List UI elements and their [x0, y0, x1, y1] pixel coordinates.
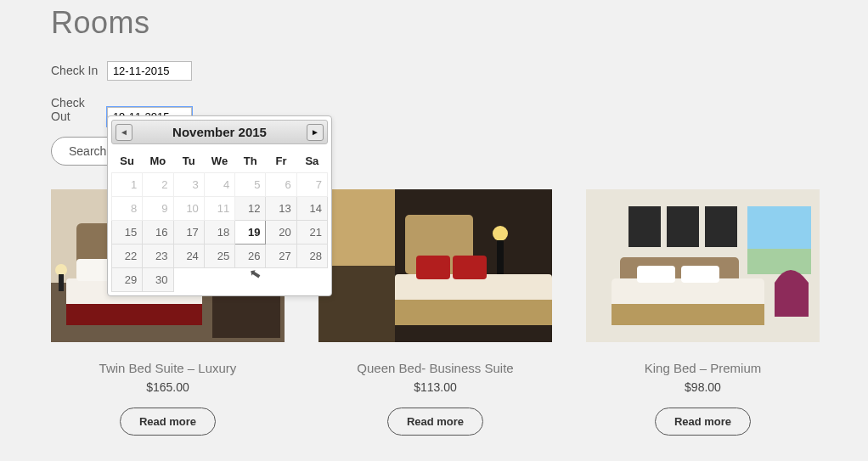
- svg-rect-15: [416, 256, 450, 279]
- datepicker-grid: SuMoTuWeThFrSa 1234567891011121314151617…: [111, 149, 328, 292]
- datepicker-day: 11: [204, 197, 234, 221]
- datepicker-day[interactable]: 17: [173, 221, 204, 245]
- datepicker-dow: Su: [112, 149, 143, 173]
- svg-point-17: [493, 226, 508, 241]
- datepicker-day[interactable]: 29: [112, 268, 143, 292]
- datepicker-day: 5: [235, 173, 266, 197]
- datepicker-day[interactable]: 12: [235, 197, 266, 221]
- datepicker-month-label: November 2015: [172, 125, 267, 139]
- room-image: [586, 189, 820, 342]
- svg-rect-27: [612, 304, 764, 325]
- svg-rect-6: [76, 259, 110, 281]
- datepicker-day[interactable]: 23: [143, 245, 173, 268]
- datepicker-dow: Sa: [296, 149, 327, 173]
- datepicker-day: 10: [173, 197, 204, 221]
- checkout-label: Check Out: [51, 96, 104, 123]
- read-more-button[interactable]: Read more: [387, 408, 483, 436]
- datepicker-day[interactable]: 14: [296, 197, 327, 221]
- datepicker-day: 3: [173, 173, 204, 197]
- svg-rect-4: [66, 304, 202, 325]
- datepicker-day[interactable]: 26: [235, 245, 266, 268]
- read-more-button[interactable]: Read more: [655, 408, 751, 436]
- page-title: Rooms: [51, 5, 817, 41]
- room-title: King Bed – Premium: [586, 361, 820, 375]
- datepicker-day[interactable]: 15: [112, 221, 143, 245]
- datepicker-dow: We: [204, 149, 234, 173]
- svg-rect-28: [637, 266, 675, 283]
- datepicker-day: 6: [266, 173, 296, 197]
- datepicker-day: 8: [112, 197, 143, 221]
- datepicker-dow: Mo: [143, 149, 173, 173]
- room-title: Twin Bed Suite – Luxury: [51, 361, 285, 375]
- svg-rect-16: [453, 256, 487, 279]
- datepicker-prev-button[interactable]: ◄: [116, 124, 132, 141]
- datepicker-dow: Th: [235, 149, 266, 173]
- datepicker-header: ◄ November 2015 ►: [111, 120, 328, 144]
- room-image: [318, 189, 552, 342]
- datepicker-day: 2: [143, 173, 173, 197]
- room-card[interactable]: Queen Bed- Business Suite $113.00 Read m…: [318, 189, 552, 436]
- datepicker-day[interactable]: 21: [296, 221, 327, 245]
- room-price: $165.00: [51, 380, 285, 394]
- room-price: $98.00: [586, 380, 820, 394]
- datepicker-day[interactable]: 28: [296, 245, 327, 268]
- svg-rect-22: [628, 206, 661, 247]
- datepicker[interactable]: ◄ November 2015 ► SuMoTuWeThFrSa 1234567…: [107, 115, 332, 296]
- datepicker-day[interactable]: 20: [266, 221, 296, 245]
- svg-rect-23: [667, 206, 699, 247]
- svg-rect-21: [747, 249, 811, 274]
- svg-rect-5: [212, 291, 280, 338]
- svg-point-7: [55, 264, 67, 276]
- svg-rect-18: [497, 240, 504, 274]
- checkin-label: Check In: [51, 64, 104, 77]
- datepicker-day[interactable]: 18: [204, 221, 234, 245]
- datepicker-day: 1: [112, 173, 143, 197]
- datepicker-day[interactable]: 27: [266, 245, 296, 268]
- datepicker-day[interactable]: 30: [143, 268, 173, 292]
- datepicker-day[interactable]: 16: [143, 221, 173, 245]
- svg-rect-14: [395, 300, 552, 325]
- datepicker-day[interactable]: 19: [235, 221, 266, 245]
- datepicker-day[interactable]: 24: [173, 245, 204, 268]
- datepicker-next-button[interactable]: ►: [307, 124, 324, 141]
- svg-rect-24: [705, 206, 737, 247]
- datepicker-day[interactable]: 25: [204, 245, 234, 268]
- read-more-button[interactable]: Read more: [120, 408, 216, 436]
- datepicker-day[interactable]: 22: [112, 245, 143, 268]
- datepicker-dow: Fr: [266, 149, 296, 173]
- datepicker-day: 9: [143, 197, 173, 221]
- svg-rect-29: [681, 266, 719, 283]
- room-price: $113.00: [318, 380, 552, 394]
- datepicker-day: 4: [204, 173, 234, 197]
- room-title: Queen Bed- Business Suite: [318, 361, 552, 375]
- svg-rect-8: [59, 274, 64, 291]
- room-card[interactable]: King Bed – Premium $98.00 Read more: [586, 189, 820, 436]
- datepicker-day[interactable]: 13: [266, 197, 296, 221]
- checkin-input[interactable]: [107, 61, 192, 81]
- datepicker-dow: Tu: [173, 149, 204, 173]
- datepicker-day: 7: [296, 173, 327, 197]
